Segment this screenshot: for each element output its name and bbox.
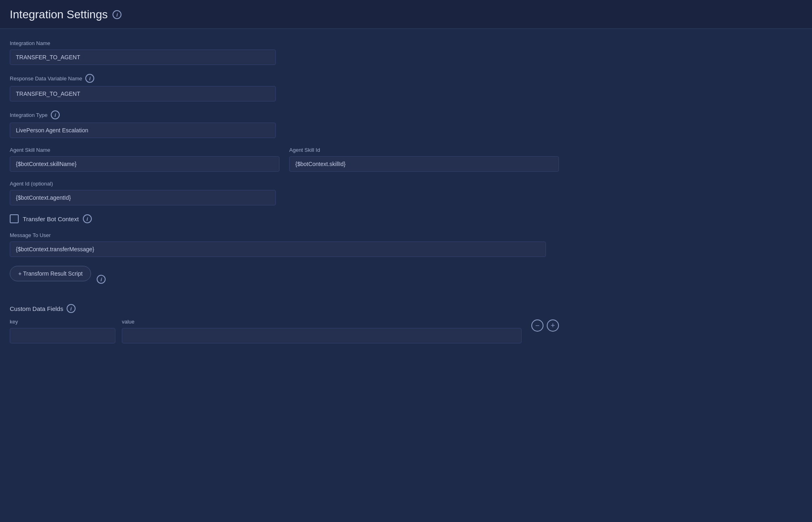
transfer-bot-context-info-icon[interactable]: i: [83, 214, 92, 223]
integration-type-info-icon[interactable]: i: [51, 110, 60, 119]
transform-section: + Transform Result Script i: [10, 266, 559, 293]
transform-result-button[interactable]: + Transform Result Script: [10, 266, 91, 281]
custom-data-section: Custom Data Fields i key value − +: [10, 304, 559, 343]
transfer-bot-context-row: Transfer Bot Context i: [10, 214, 559, 223]
custom-data-info-icon[interactable]: i: [67, 304, 76, 313]
response-data-info-icon[interactable]: i: [85, 74, 94, 83]
message-to-user-input[interactable]: [10, 242, 546, 257]
agent-skill-id-label: Agent Skill Id: [289, 147, 559, 153]
header-info-icon[interactable]: i: [113, 10, 121, 19]
response-data-input[interactable]: [10, 86, 276, 101]
transfer-bot-context-checkbox[interactable]: [10, 214, 19, 223]
response-data-label: Response Data Variable Name i: [10, 74, 559, 83]
agent-skills-row: Agent Skill Name Agent Skill Id: [10, 147, 559, 172]
key-column: key: [10, 319, 115, 343]
value-column: value: [122, 319, 522, 343]
custom-fields-row: key value − +: [10, 319, 559, 343]
response-data-group: Response Data Variable Name i: [10, 74, 559, 101]
transfer-bot-context-label: Transfer Bot Context: [23, 216, 79, 222]
agent-skill-name-input[interactable]: [10, 156, 279, 172]
agent-skill-id-input[interactable]: [289, 156, 559, 172]
transform-btn-label: + Transform Result Script: [18, 270, 82, 277]
message-to-user-group: Message To User: [10, 232, 559, 257]
integration-name-label: Integration Name: [10, 40, 559, 46]
header: Integration Settings i: [0, 0, 812, 29]
value-col-header: value: [122, 319, 522, 325]
custom-value-input[interactable]: [122, 328, 522, 343]
agent-id-input[interactable]: [10, 190, 276, 205]
custom-field-actions: − +: [528, 319, 559, 332]
custom-data-title: Custom Data Fields i: [10, 304, 559, 313]
main-content: Integration Name Response Data Variable …: [0, 29, 569, 355]
remove-custom-field-button[interactable]: −: [531, 319, 543, 332]
custom-key-input[interactable]: [10, 328, 115, 343]
page-title: Integration Settings: [10, 8, 108, 21]
key-col-header: key: [10, 319, 115, 325]
message-to-user-label: Message To User: [10, 232, 559, 238]
agent-skill-id-col: Agent Skill Id: [289, 147, 559, 172]
agent-id-group: Agent Id (optional): [10, 181, 559, 205]
agent-id-label: Agent Id (optional): [10, 181, 559, 187]
integration-type-input[interactable]: [10, 123, 276, 138]
integration-name-group: Integration Name: [10, 40, 559, 65]
integration-type-group: Integration Type i: [10, 110, 559, 138]
integration-name-input[interactable]: [10, 50, 276, 65]
agent-skill-name-label: Agent Skill Name: [10, 147, 279, 153]
add-custom-field-button[interactable]: +: [547, 319, 559, 332]
integration-type-label: Integration Type i: [10, 110, 559, 119]
agent-skill-name-col: Agent Skill Name: [10, 147, 279, 172]
page-container: Integration Settings i Integration Name …: [0, 0, 812, 355]
transform-info-icon[interactable]: i: [97, 275, 106, 284]
